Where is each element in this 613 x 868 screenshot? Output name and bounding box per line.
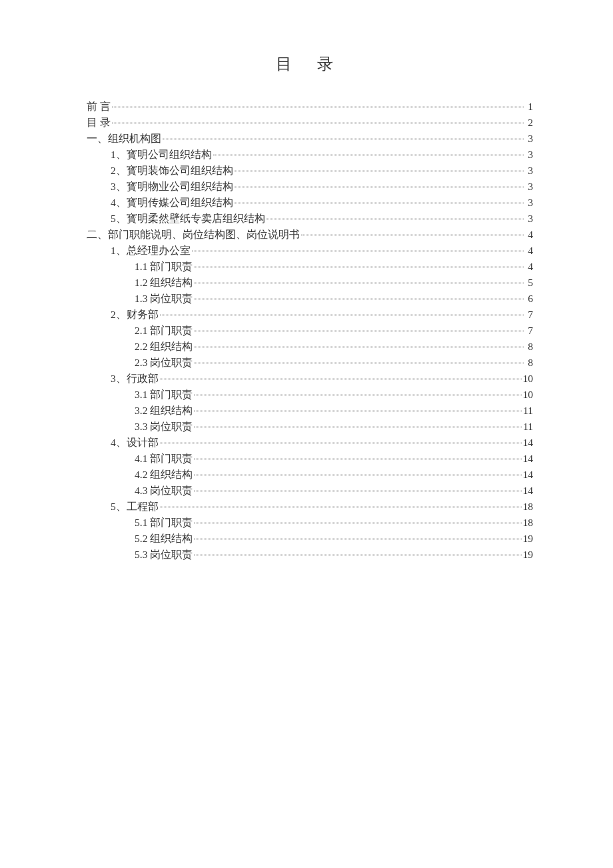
toc-entry-page: 3 [525,211,533,227]
toc-dot-leader [194,395,521,395]
toc-entry: 3.1 部门职责10 [135,387,533,403]
toc-entry: 5、工程部18 [111,499,533,515]
table-of-contents: 前 言1目 录2一、组织机构图31、寳明公司组织结构32、寳明装饰公司组织结构3… [87,99,533,563]
toc-entry: 2.1 部门职责7 [135,323,533,339]
toc-entry-label: 5、工程部 [111,499,159,515]
toc-entry: 5.3 岗位职责19 [135,547,533,563]
toc-entry: 5、寳明柔然壁纸专卖店组织结构3 [111,211,533,227]
toc-dot-leader [194,411,522,411]
toc-entry: 4.3 岗位职责14 [135,483,533,499]
toc-entry: 2.3 岗位职责8 [135,355,533,371]
toc-entry-label: 2、寳明装饰公司组织结构 [111,163,233,179]
toc-entry-label: 4、寳明传媒公司组织结构 [111,195,233,211]
toc-entry: 3、行政部10 [111,371,533,387]
toc-dot-leader [194,555,521,555]
toc-entry-label: 3、行政部 [111,371,159,387]
toc-entry-page: 14 [523,483,534,499]
toc-dot-leader [194,267,524,267]
toc-entry-page: 14 [523,435,534,451]
toc-dot-leader [194,363,524,363]
toc-dot-leader [112,123,524,123]
toc-dot-leader [160,443,522,443]
toc-entry-label: 二、部门职能说明、岗位结构图、岗位说明书 [87,227,300,243]
toc-entry-label: 3、寳明物业公司组织结构 [111,179,233,195]
toc-entry-page: 3 [525,163,533,179]
toc-entry-page: 4 [525,259,533,275]
toc-entry-label: 3.3 岗位职责 [135,419,193,435]
toc-entry: 4.1 部门职责14 [135,451,533,467]
toc-entry: 5.2 组织结构19 [135,531,533,547]
toc-dot-leader [194,523,521,523]
toc-entry-label: 5、寳明柔然壁纸专卖店组织结构 [111,211,265,227]
toc-entry-page: 18 [523,499,534,515]
toc-entry: 2.2 组织结构8 [135,339,533,355]
toc-entry-label: 5.2 组织结构 [135,531,193,547]
toc-entry-label: 1、总经理办公室 [111,243,191,259]
toc-dot-leader [194,459,521,459]
toc-entry: 2、寳明装饰公司组织结构3 [111,163,533,179]
toc-entry: 2、财务部7 [111,307,533,323]
toc-entry-label: 前 言 [87,99,111,115]
toc-entry-page: 4 [525,243,533,259]
toc-entry: 3.2 组织结构11 [135,403,533,419]
toc-entry: 4、设计部14 [111,435,533,451]
toc-dot-leader [235,187,524,187]
toc-entry-page: 19 [523,547,534,563]
toc-entry-page: 14 [523,467,534,483]
toc-dot-leader [235,203,524,203]
toc-dot-leader [194,347,524,347]
toc-entry-page: 3 [525,179,533,195]
toc-entry-page: 6 [525,291,533,307]
toc-dot-leader [160,507,522,507]
toc-dot-leader [213,155,524,155]
toc-entry-label: 1.2 组织结构 [135,275,193,291]
toc-entry: 1.1 部门职责4 [135,259,533,275]
toc-entry-label: 4、设计部 [111,435,159,451]
toc-entry-label: 3.1 部门职责 [135,387,193,403]
toc-entry: 4.2 组织结构14 [135,467,533,483]
toc-entry: 1.2 组织结构5 [135,275,533,291]
toc-entry-label: 2.2 组织结构 [135,339,193,355]
toc-entry-label: 一、组织机构图 [87,131,161,147]
toc-entry-page: 7 [525,307,533,323]
toc-dot-leader [235,171,524,171]
toc-entry-page: 11 [523,403,533,419]
toc-dot-leader [194,491,521,491]
toc-entry: 二、部门职能说明、岗位结构图、岗位说明书4 [87,227,533,243]
toc-entry-label: 1.1 部门职责 [135,259,193,275]
toc-entry-page: 10 [523,371,534,387]
page-title: 目 录 [87,53,533,75]
toc-entry-label: 目 录 [87,115,111,131]
toc-entry-label: 4.1 部门职责 [135,451,193,467]
toc-dot-leader [112,107,524,107]
toc-dot-leader [301,235,524,235]
toc-entry-page: 8 [525,339,533,355]
toc-entry-page: 2 [525,115,533,131]
toc-entry: 3、寳明物业公司组织结构3 [111,179,533,195]
toc-entry-label: 5.3 岗位职责 [135,547,193,563]
toc-dot-leader [194,475,521,475]
toc-entry-page: 19 [523,531,534,547]
toc-entry-label: 1.3 岗位职责 [135,291,193,307]
toc-entry: 5.1 部门职责18 [135,515,533,531]
toc-entry-page: 4 [525,227,533,243]
toc-entry-label: 5.1 部门职责 [135,515,193,531]
toc-entry-page: 1 [525,99,533,115]
toc-entry: 4、寳明传媒公司组织结构3 [111,195,533,211]
toc-dot-leader [194,331,524,331]
toc-entry: 前 言1 [87,99,533,115]
toc-entry: 3.3 岗位职责11 [135,419,533,435]
toc-entry: 1.3 岗位职责6 [135,291,533,307]
toc-entry-page: 5 [525,275,533,291]
toc-entry: 一、组织机构图3 [87,131,533,147]
toc-entry-label: 4.2 组织结构 [135,467,193,483]
toc-dot-leader [163,139,524,139]
toc-entry-label: 1、寳明公司组织结构 [111,147,212,163]
toc-entry-label: 2、财务部 [111,307,159,323]
toc-entry-label: 4.3 岗位职责 [135,483,193,499]
toc-entry-page: 3 [525,131,533,147]
toc-dot-leader [194,283,524,283]
toc-dot-leader [194,299,524,299]
toc-dot-leader [160,315,524,315]
toc-entry: 目 录2 [87,115,533,131]
